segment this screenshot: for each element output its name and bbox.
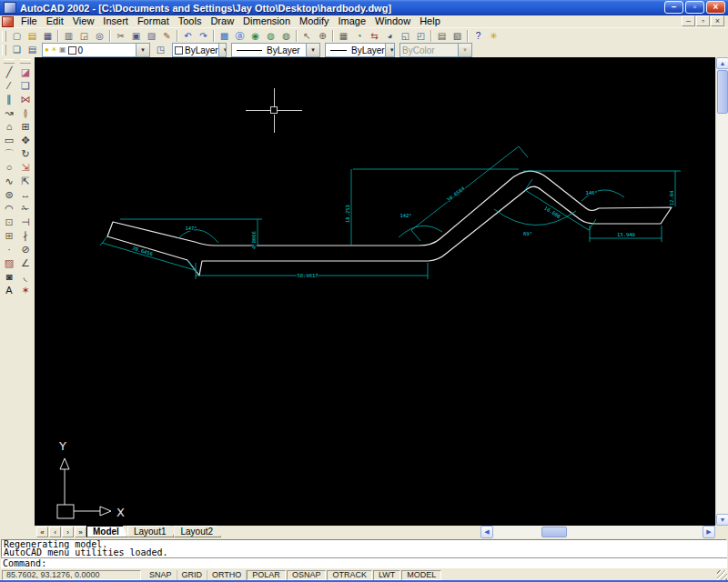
named-views-button[interactable]: ▦ (336, 30, 351, 43)
status-toggle-snap[interactable]: SNAP (145, 570, 177, 580)
copy-object-button[interactable]: ❏ (18, 79, 33, 93)
child-restore-button[interactable]: ▫ (696, 15, 710, 26)
child-close-button[interactable]: × (711, 15, 724, 26)
menu-dimension[interactable]: Dimension (238, 15, 295, 27)
vertical-scroll-thumb[interactable] (717, 70, 728, 114)
toolbar-grip[interactable] (20, 59, 31, 64)
multiline-text-button[interactable]: A (2, 284, 16, 297)
tab-first-icon[interactable]: « (36, 527, 48, 537)
find-button[interactable]: ◎ (92, 30, 107, 43)
minimize-button[interactable]: – (664, 1, 683, 14)
zoom-realtime-button[interactable]: ◕ (382, 30, 398, 43)
color-combo[interactable]: ByLayer ▼ (172, 43, 227, 57)
active-assistance-button[interactable]: ✳ (486, 30, 501, 43)
app-icon[interactable] (4, 2, 16, 14)
copy-button[interactable]: ▣ (128, 30, 144, 43)
vertical-scrollbar[interactable]: ▲ ▼ (715, 57, 728, 526)
plot-preview-button[interactable]: ◲ (76, 30, 92, 43)
hatch-button[interactable]: ▨ (2, 256, 16, 270)
resize-grip[interactable] (717, 570, 727, 580)
help-button[interactable]: ? (470, 30, 486, 43)
status-toggle-model[interactable]: MODEL (401, 570, 441, 580)
toolbar-grip[interactable] (4, 59, 15, 64)
menu-view[interactable]: View (68, 15, 99, 27)
color-combo-dropdown-icon[interactable]: ▼ (218, 44, 227, 56)
rotate-button[interactable]: ↻ (18, 147, 33, 161)
model-space-canvas[interactable]: 20.6456 4.8066 58.9617 18.253 30.6564 16… (35, 57, 715, 526)
dimension-labels[interactable]: 20.6456 4.8066 58.9617 18.253 30.6564 16… (132, 186, 674, 278)
publish-to-web-button[interactable]: ◍ (263, 30, 278, 43)
stretch-button[interactable]: ⇱ (18, 175, 33, 188)
make-object-layer-current-button[interactable]: ❏ (9, 44, 25, 56)
zoom-previous-button[interactable]: ◰ (413, 30, 429, 43)
layer-previous-button[interactable]: ◳ (153, 44, 168, 56)
3d-orbit-button[interactable]: ◔ (351, 30, 367, 43)
command-history[interactable]: Regenerating model. AutoCAD menu utiliti… (1, 539, 727, 557)
extend-button[interactable]: ⊣ (18, 216, 33, 229)
ellipse-button[interactable]: ⊜ (2, 188, 16, 202)
tab-layout2[interactable]: Layout2 (174, 526, 221, 537)
polyline-button[interactable]: ↝ (2, 106, 16, 120)
temporary-track-point-button[interactable]: ↖ (299, 30, 315, 43)
arc-button[interactable]: ⌒ (2, 147, 16, 161)
menu-insert[interactable]: Insert (98, 15, 133, 27)
part-geometry[interactable] (107, 171, 672, 276)
layers-button[interactable]: ▤ (25, 44, 40, 56)
move-button[interactable]: ✥ (18, 134, 33, 147)
explode-button[interactable]: ✶ (18, 284, 33, 297)
linetype-combo[interactable]: ByLayer ▼ (231, 43, 320, 57)
undo-button[interactable]: ↶ (180, 30, 196, 43)
new-button[interactable]: ▢ (9, 30, 25, 43)
status-toggle-polar[interactable]: POLAR (247, 570, 286, 580)
menu-format[interactable]: Format (133, 15, 174, 27)
erase-button[interactable]: ◪ (18, 65, 33, 79)
document-icon[interactable] (2, 16, 14, 27)
status-toggle-ortho[interactable]: ORTHO (207, 570, 247, 580)
insert-block-button[interactable]: ⊡ (2, 216, 16, 229)
fillet-button[interactable]: ◟ (18, 270, 33, 284)
toolbar-grip[interactable] (2, 31, 6, 42)
chamfer-button[interactable]: ∠ (18, 256, 33, 270)
ellipse-arc-button[interactable]: ◠ (2, 202, 16, 216)
offset-button[interactable]: ≬ (18, 106, 33, 120)
multiline-button[interactable]: ∥ (2, 93, 16, 106)
tab-model[interactable]: Model (86, 526, 127, 537)
toolbar-grip[interactable] (2, 45, 6, 55)
linetype-combo-dropdown-icon[interactable]: ▼ (306, 44, 319, 56)
restore-button[interactable]: ▫ (685, 1, 704, 14)
scale-button[interactable]: ⇲ (18, 161, 33, 175)
menu-help[interactable]: Help (415, 15, 445, 27)
rectangle-button[interactable]: ▭ (2, 134, 16, 147)
redo-button[interactable]: ↷ (196, 30, 211, 43)
menu-image[interactable]: Image (333, 15, 370, 27)
circle-button[interactable]: ○ (2, 161, 16, 175)
scroll-left-icon[interactable]: ◀ (480, 526, 493, 538)
save-button[interactable]: ▦ (40, 30, 56, 43)
dimension-lines[interactable] (100, 146, 681, 279)
plot-button[interactable]: ▥ (61, 30, 76, 43)
layer-combo-dropdown-icon[interactable]: ▼ (136, 44, 149, 56)
etransmit-button[interactable]: ◍ (278, 30, 294, 43)
designcenter-button[interactable]: ▧ (450, 30, 465, 43)
horizontal-scrollbar[interactable]: ◀ ▶ (480, 526, 715, 538)
status-toggle-osnap[interactable]: OSNAP (287, 570, 327, 580)
layer-combo[interactable]: ● ☀ ▣ 0 ▼ (42, 43, 150, 57)
today-button[interactable]: ▩ (217, 30, 232, 43)
lengthen-button[interactable]: ↔ (18, 188, 33, 202)
mirror-button[interactable]: ⋈ (18, 93, 33, 106)
command-input[interactable]: Command: (1, 557, 727, 568)
tab-prev-icon[interactable]: ‹ (49, 527, 61, 537)
menu-tools[interactable]: Tools (174, 15, 207, 27)
close-button[interactable]: × (706, 1, 725, 14)
region-button[interactable]: ◙ (2, 270, 16, 284)
point-a-button[interactable]: ⓐ (232, 30, 248, 43)
array-button[interactable]: ⊞ (18, 120, 33, 134)
polygon-button[interactable]: ⌂ (2, 120, 16, 134)
menu-modify[interactable]: Modify (295, 15, 333, 27)
title-bar[interactable]: AutoCAD 2002 - [C:\Documents and Setting… (0, 0, 728, 15)
horizontal-scroll-thumb[interactable] (541, 527, 567, 537)
object-snap-button[interactable]: ⊕ (315, 30, 330, 43)
status-toggle-grid[interactable]: GRID (177, 570, 208, 580)
construction-line-button[interactable]: ⁄ (2, 79, 16, 93)
scroll-right-icon[interactable]: ▶ (703, 526, 715, 538)
